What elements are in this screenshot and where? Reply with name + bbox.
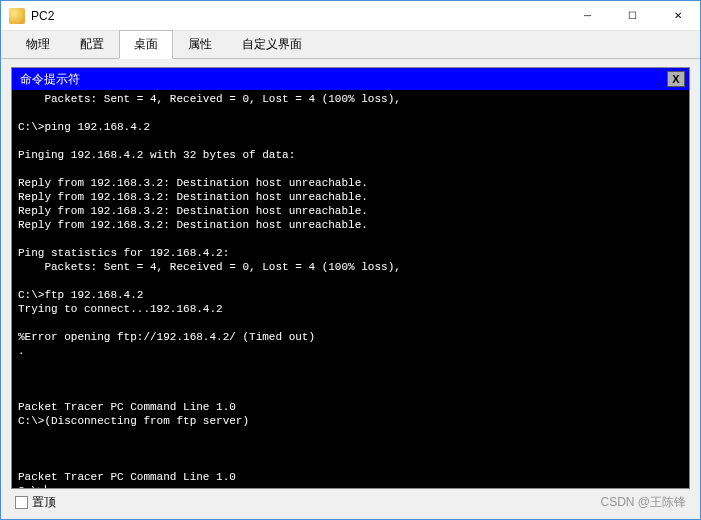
app-icon	[9, 8, 25, 24]
minimize-button[interactable]: ─	[565, 1, 610, 31]
terminal-cursor	[45, 485, 46, 488]
titlebar[interactable]: PC2 ─ ☐ ✕	[1, 1, 700, 31]
terminal-output[interactable]: Packets: Sent = 4, Received = 0, Lost = …	[12, 90, 689, 488]
command-prompt-titlebar[interactable]: 命令提示符 X	[12, 68, 689, 90]
tab-0[interactable]: 物理	[11, 30, 65, 58]
content-area: 命令提示符 X Packets: Sent = 4, Received = 0,…	[1, 59, 700, 519]
command-prompt-close-button[interactable]: X	[667, 71, 685, 87]
watermark: CSDN @王陈锋	[600, 494, 686, 511]
app-window: PC2 ─ ☐ ✕ 物理配置桌面属性自定义界面 命令提示符 X Packets:…	[0, 0, 701, 520]
always-on-top-checkbox[interactable]: 置顶	[15, 494, 56, 511]
checkbox-icon[interactable]	[15, 496, 28, 509]
tab-bar: 物理配置桌面属性自定义界面	[1, 31, 700, 59]
command-prompt-panel: 命令提示符 X Packets: Sent = 4, Received = 0,…	[11, 67, 690, 489]
close-button[interactable]: ✕	[655, 1, 700, 31]
maximize-button[interactable]: ☐	[610, 1, 655, 31]
tab-3[interactable]: 属性	[173, 30, 227, 58]
tab-1[interactable]: 配置	[65, 30, 119, 58]
bottom-bar: 置顶 CSDN @王陈锋	[11, 489, 690, 513]
command-prompt-title: 命令提示符	[20, 71, 667, 88]
tab-2[interactable]: 桌面	[119, 30, 173, 59]
checkbox-label: 置顶	[32, 494, 56, 511]
window-title: PC2	[31, 9, 54, 23]
tab-4[interactable]: 自定义界面	[227, 30, 317, 58]
